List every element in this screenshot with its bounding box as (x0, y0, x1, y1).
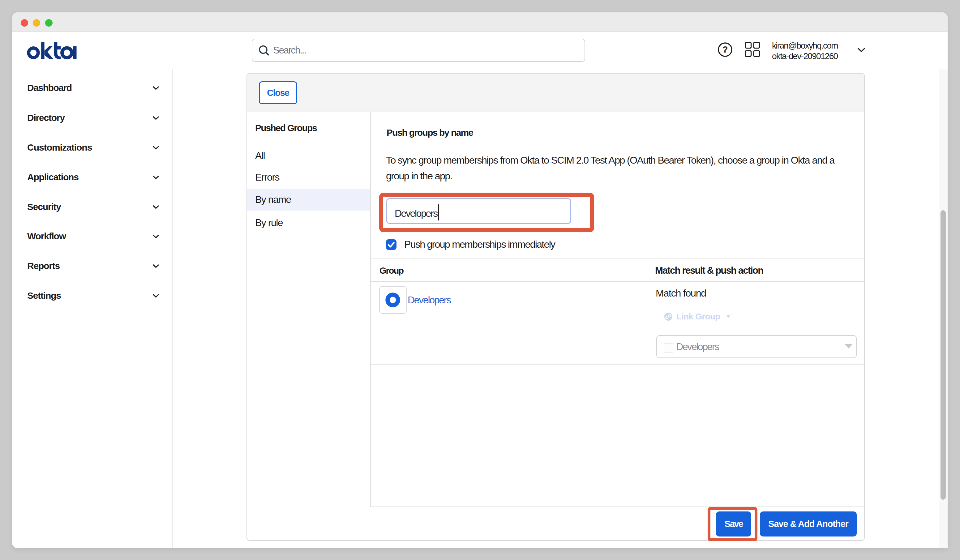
svg-text:?: ? (722, 45, 728, 54)
